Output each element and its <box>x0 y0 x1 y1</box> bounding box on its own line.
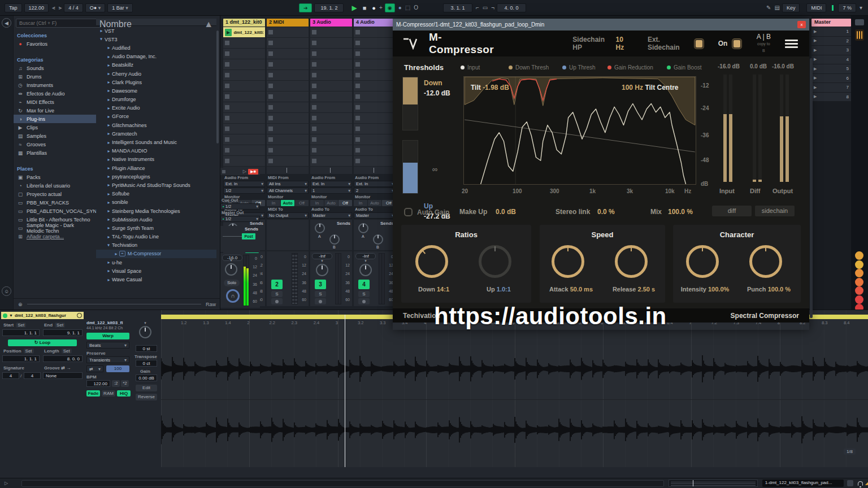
ab-compare-button[interactable]: A | Bcopy to B <box>756 34 771 54</box>
clip-slot[interactable] <box>223 38 265 48</box>
sample-editor[interactable]: 1.21.31.422.22.32.433.23.33.444.24.34.45… <box>161 310 868 467</box>
clip-stop-icon[interactable] <box>225 148 229 152</box>
track-activator-button[interactable]: 3 <box>315 280 326 289</box>
share-widget-icon[interactable] <box>855 29 864 41</box>
menu-icon[interactable] <box>785 38 798 50</box>
scene-5[interactable]: ▶5 <box>811 64 851 73</box>
disclosure-triangle-icon[interactable]: ▸ <box>106 106 112 111</box>
disclosure-triangle-icon[interactable]: ▸ <box>106 191 112 197</box>
segment-bpm-field[interactable]: 122.00 <box>86 380 110 387</box>
clip-slot[interactable] <box>354 145 396 155</box>
plugin-window-titlebar[interactable]: M-Compressor/1-dmt_122_kit03_flashgun_pa… <box>393 19 809 30</box>
arrangement-position-field[interactable]: 19. 1. 2 <box>314 3 344 12</box>
tree-column-header[interactable]: Nombre▲ <box>96 19 216 26</box>
clip-stop-icon[interactable] <box>268 30 273 34</box>
monitor-in-button[interactable]: In <box>267 200 280 206</box>
link-thresholds-icon[interactable]: ∞ <box>432 165 437 173</box>
clip-active-icon[interactable] <box>3 313 7 318</box>
disclosure-triangle-icon[interactable]: ▸ <box>106 97 112 102</box>
ext-sidechain-toggle[interactable] <box>695 39 704 49</box>
close-plugin-window-button[interactable]: x <box>797 21 806 28</box>
clip-slot[interactable] <box>267 91 309 102</box>
sidebar-item-clips[interactable]: ▶Clips <box>14 123 96 132</box>
bpm-double-button[interactable]: *2 <box>121 380 129 387</box>
track-activator-button[interactable]: 2 <box>271 280 283 289</box>
clip-slot[interactable] <box>223 49 265 59</box>
clip-slot[interactable] <box>223 59 265 69</box>
pan-knob[interactable] <box>316 264 328 276</box>
master-pan-knob[interactable] <box>225 263 237 276</box>
clip-slot[interactable] <box>310 27 352 37</box>
scene-2[interactable]: ▶2 <box>811 37 851 46</box>
monitor-off-button[interactable]: Off <box>295 200 309 206</box>
monitor-auto-button[interactable]: Auto <box>281 200 294 206</box>
send-b-knob[interactable] <box>329 234 340 245</box>
clip-slot[interactable] <box>310 124 352 134</box>
master-solo-button[interactable]: Solo <box>224 280 240 286</box>
arm-button[interactable] <box>358 298 370 304</box>
clip-slot[interactable] <box>223 145 265 155</box>
clip-stop-icon[interactable] <box>268 51 273 56</box>
tree-item-vst[interactable]: ▸VST <box>96 27 216 35</box>
disclosure-triangle-icon[interactable]: ▸ <box>106 234 112 239</box>
clip-slot[interactable] <box>267 27 309 37</box>
down-threshold-slider[interactable] <box>402 77 418 130</box>
share-button-5[interactable] <box>855 286 863 295</box>
clip-stop-icon[interactable] <box>312 105 316 110</box>
tree-item-excite-audio[interactable]: ▸Excite Audio <box>96 104 216 112</box>
disclosure-triangle-icon[interactable]: ▸ <box>99 36 104 42</box>
tree-item-glitchmachines[interactable]: ▸Glitchmachines <box>96 121 216 129</box>
disclosure-triangle-icon[interactable]: ▸ <box>106 123 112 128</box>
disclosure-triangle-icon[interactable]: ▸ <box>106 45 112 50</box>
groove-chooser[interactable]: None <box>43 372 83 379</box>
send-a-knob[interactable] <box>315 223 325 233</box>
attack-knob[interactable] <box>552 245 584 278</box>
clip-slot[interactable] <box>223 124 265 134</box>
tap-tempo-button[interactable]: Tap <box>5 3 22 12</box>
send-a-post-button[interactable]: Post <box>242 233 255 239</box>
overview-toggle-icon[interactable] <box>855 19 864 25</box>
tree-item-audified[interactable]: ▸Audified <box>96 43 216 52</box>
mix-value[interactable]: 100.0 % <box>668 208 693 216</box>
clip-slot[interactable] <box>310 91 352 102</box>
clip-stop-icon[interactable] <box>355 116 360 120</box>
sidechain-hp-value[interactable]: 10 Hz <box>616 36 632 51</box>
clip-slot[interactable] <box>267 49 309 59</box>
sidebar-item-grooves[interactable]: ≈Grooves <box>14 140 96 149</box>
clip-stop-icon[interactable] <box>312 51 316 56</box>
clip-stop-icon[interactable] <box>268 94 273 99</box>
tree-item-native-instruments[interactable]: ▸Native Instruments <box>96 155 216 164</box>
punch-knob[interactable] <box>749 245 782 278</box>
clip-slot[interactable] <box>354 124 396 134</box>
clip-stop-icon[interactable] <box>355 84 360 88</box>
output-type-chooser[interactable]: Master <box>310 212 352 219</box>
pan-knob[interactable] <box>359 264 372 276</box>
clip-slot[interactable] <box>223 102 265 112</box>
signature-denominator-field[interactable]: 4 <box>24 372 41 379</box>
hot-swap-groove-icon[interactable]: ⇄ <box>61 365 65 371</box>
send-slider[interactable] <box>223 236 242 237</box>
loop-length-field[interactable]: 4. 0. 0 <box>497 3 526 12</box>
clip-slot[interactable] <box>223 91 265 102</box>
set-position-button[interactable]: Set <box>24 348 34 354</box>
clip-stop-icon[interactable] <box>312 41 316 45</box>
clip-stop-icon[interactable] <box>312 137 316 142</box>
track-header[interactable]: 4 Audio <box>354 19 396 27</box>
sidebar-item-librer-a-del-usuario[interactable]: ◔Librería del usuario <box>14 181 96 190</box>
share-button-2[interactable] <box>855 260 863 269</box>
clip-stop-icon[interactable] <box>355 41 360 45</box>
time-signature-field[interactable]: 4 / 4 <box>64 3 83 12</box>
disclosure-triangle-icon[interactable]: ▸ <box>106 277 112 282</box>
tree-item-softube[interactable]: ▸Softube <box>96 190 216 198</box>
input-channel-chooser[interactable]: 1 <box>310 188 352 194</box>
clip-slot[interactable] <box>354 49 396 59</box>
monitor-auto-button[interactable]: Auto <box>368 200 381 206</box>
clip-slot[interactable] <box>223 81 265 91</box>
help-robot-icon[interactable]: ☺ <box>2 286 11 296</box>
input-channel-chooser[interactable]: 2 <box>354 188 396 194</box>
clip-slot[interactable] <box>267 124 309 134</box>
clip-stop-icon[interactable] <box>268 127 273 131</box>
browser-collapse-icon[interactable]: ◀ <box>2 18 11 28</box>
spectrum-graph[interactable] <box>463 76 696 185</box>
disclosure-triangle-icon[interactable]: ▸ <box>106 242 111 249</box>
